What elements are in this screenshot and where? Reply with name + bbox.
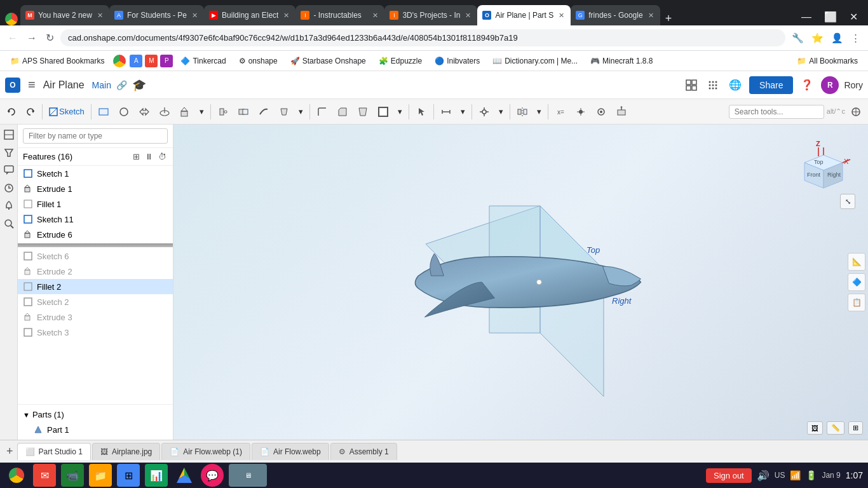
taskbar-chrome[interactable] bbox=[5, 464, 28, 487]
taskbar-misc1[interactable]: 🖥 bbox=[229, 464, 267, 487]
bookmark-inibvaters[interactable]: 🔵 Inibvaters bbox=[430, 55, 485, 67]
bottom-tab-partstudio[interactable]: ⬜ Part Studio 1 bbox=[17, 443, 91, 460]
gmail-bm[interactable]: M bbox=[145, 55, 158, 67]
feature-fillet1[interactable]: Fillet 1 bbox=[18, 196, 173, 212]
boolean-tool[interactable] bbox=[234, 104, 253, 120]
new-tab-button[interactable]: + bbox=[660, 12, 677, 25]
move-tool[interactable] bbox=[475, 104, 494, 120]
add-tab-button[interactable]: + bbox=[3, 445, 17, 458]
circle-tool[interactable] bbox=[114, 104, 133, 120]
tab-youtube-close[interactable]: ✕ bbox=[282, 10, 290, 21]
extensions-button[interactable]: 🔧 bbox=[789, 30, 806, 46]
feature-sketch1[interactable]: Sketch 1 bbox=[18, 166, 173, 181]
volume-button[interactable]: 🔊 bbox=[757, 470, 770, 482]
vp-tool-1[interactable]: 📐 bbox=[848, 253, 865, 271]
taskbar-mail[interactable]: ✉ bbox=[33, 464, 56, 487]
mirror-dropdown[interactable]: ▾ bbox=[533, 104, 545, 119]
feature-extrude6[interactable]: Extrude 6 bbox=[18, 227, 173, 242]
bookmark-onshape[interactable]: ⚙ onshape bbox=[234, 55, 283, 67]
tab-gmail[interactable]: M You have 2 new ✕ bbox=[20, 5, 109, 25]
back-button[interactable]: ← bbox=[5, 30, 20, 46]
tab-frindes[interactable]: G frindes - Google ✕ bbox=[571, 5, 660, 25]
viewport-measure-btn[interactable]: 📏 bbox=[827, 421, 844, 435]
taskbar-drive[interactable] bbox=[173, 464, 196, 487]
shell-tool[interactable] bbox=[374, 104, 393, 120]
sidebar-icon-inspect[interactable] bbox=[1, 216, 17, 231]
grid-view-button[interactable] bbox=[683, 77, 700, 93]
close-button[interactable]: ✕ bbox=[844, 11, 863, 23]
feature-sketch6[interactable]: Sketch 6 bbox=[18, 248, 173, 264]
sketch-button[interactable]: Sketch bbox=[45, 104, 88, 119]
bookmark-starbase[interactable]: 🚀 Starbase Onshape bbox=[285, 55, 371, 67]
feature-view-btn[interactable]: ⊞ bbox=[132, 151, 141, 163]
battery-button[interactable]: 🔋 bbox=[806, 470, 817, 480]
feature-extrude1[interactable]: Extrude 1 bbox=[18, 181, 173, 196]
bookmark-tinkercad[interactable]: 🔷 Tinkercad bbox=[175, 55, 231, 67]
center-view-tool[interactable] bbox=[846, 104, 865, 120]
more-button[interactable]: ⋮ bbox=[848, 30, 863, 46]
taskbar-meet[interactable]: 📹 bbox=[61, 464, 84, 487]
profile-button[interactable]: 👤 bbox=[829, 30, 846, 46]
tab-gmail-close[interactable]: ✕ bbox=[96, 10, 104, 21]
apps-grid-button[interactable] bbox=[705, 77, 721, 93]
apps-icon[interactable] bbox=[113, 55, 126, 67]
bookmark-minecraft[interactable]: 🎮 Minecraft 1.8.8 bbox=[585, 55, 658, 67]
sidebar-icon-filter[interactable] bbox=[1, 145, 17, 160]
variables-tool[interactable]: x= bbox=[551, 104, 570, 120]
tab-youtube[interactable]: ▶ Building an Elect ✕ bbox=[204, 5, 295, 25]
share-button[interactable]: Share bbox=[749, 76, 793, 94]
help-button[interactable]: ❓ bbox=[798, 76, 816, 93]
bm-purple[interactable]: P bbox=[160, 55, 173, 67]
taskbar-apps[interactable]: ⊞ bbox=[117, 464, 140, 487]
tab-forstudents[interactable]: A For Students - Pe ✕ bbox=[109, 5, 204, 25]
vp-tool-2[interactable]: 🔷 bbox=[848, 273, 865, 291]
search-tools-input[interactable] bbox=[729, 105, 824, 119]
refresh-button[interactable]: ↻ bbox=[43, 29, 57, 46]
feature-rollback-bar[interactable] bbox=[18, 243, 173, 247]
part-item-1[interactable]: Part 1 bbox=[18, 422, 173, 437]
feature-filter-input[interactable] bbox=[23, 128, 168, 144]
origin-tool[interactable] bbox=[571, 104, 590, 120]
tab-3dprojects-close[interactable]: ✕ bbox=[464, 10, 472, 21]
bottom-tab-airflow[interactable]: 📄 Air Flow.webp bbox=[252, 443, 329, 460]
new-sketch-tool[interactable] bbox=[94, 104, 113, 120]
redo-button[interactable] bbox=[22, 104, 39, 119]
measure-dropdown[interactable]: ▾ bbox=[457, 104, 469, 119]
fillet-tool[interactable] bbox=[313, 104, 332, 120]
hamburger-menu[interactable]: ≡ bbox=[25, 75, 38, 95]
loft-tool[interactable] bbox=[275, 104, 294, 120]
taskbar-files[interactable]: 📁 bbox=[89, 464, 112, 487]
draft-tool[interactable] bbox=[353, 104, 372, 120]
feature-fillet2[interactable]: Fillet 2 bbox=[18, 279, 173, 294]
tab-instructables-close[interactable]: ✕ bbox=[371, 10, 379, 21]
sidebar-icon-notifications[interactable] bbox=[1, 198, 17, 214]
feature-sketch11[interactable]: Sketch 11 bbox=[18, 212, 173, 227]
cube-navigator[interactable]: Z Top Front Right bbox=[792, 137, 855, 209]
bookmark-dictionary[interactable]: 📖 Dictionary.com | Me... bbox=[487, 55, 583, 67]
maximize-button[interactable]: ⬜ bbox=[819, 11, 842, 23]
bottom-tab-assembly[interactable]: ⚙ Assembly 1 bbox=[330, 443, 397, 460]
move-face-tool[interactable] bbox=[612, 104, 631, 120]
tab-frindes-close[interactable]: ✕ bbox=[647, 10, 655, 21]
user-avatar[interactable]: R bbox=[821, 76, 839, 94]
tab-3dprojects[interactable]: I 3D's Projects - In ✕ bbox=[384, 5, 477, 25]
tab-airplane[interactable]: O Air Plane | Part S ✕ bbox=[477, 5, 571, 25]
bookmark-btn2[interactable]: A bbox=[130, 55, 142, 67]
bookmark-aps[interactable]: 📁 APS Shared Bookmarks bbox=[5, 55, 109, 67]
viewport-grid-btn[interactable]: ⊞ bbox=[848, 421, 863, 435]
loft-dropdown[interactable]: ▾ bbox=[295, 104, 307, 119]
minimize-button[interactable]: — bbox=[796, 11, 817, 23]
sidebar-icon-comment[interactable] bbox=[1, 163, 17, 178]
viewport-mode-btn[interactable]: 🖼 bbox=[807, 421, 823, 435]
plane-tool[interactable] bbox=[155, 104, 174, 120]
url-input[interactable] bbox=[60, 29, 785, 46]
move-dropdown[interactable]: ▾ bbox=[495, 104, 507, 119]
mirror-tool[interactable] bbox=[513, 104, 532, 120]
sweep-tool[interactable] bbox=[254, 104, 273, 120]
feature-history-btn[interactable]: ⏱ bbox=[157, 151, 168, 163]
measure-tool[interactable] bbox=[437, 104, 456, 120]
feature-sketch2[interactable]: Sketch 2 bbox=[18, 294, 173, 309]
view-reset-btn[interactable]: ⤡ bbox=[840, 194, 855, 209]
tab-airplane-close[interactable]: ✕ bbox=[557, 10, 566, 21]
feature-extrude3[interactable]: Extrude 3 bbox=[18, 309, 173, 325]
